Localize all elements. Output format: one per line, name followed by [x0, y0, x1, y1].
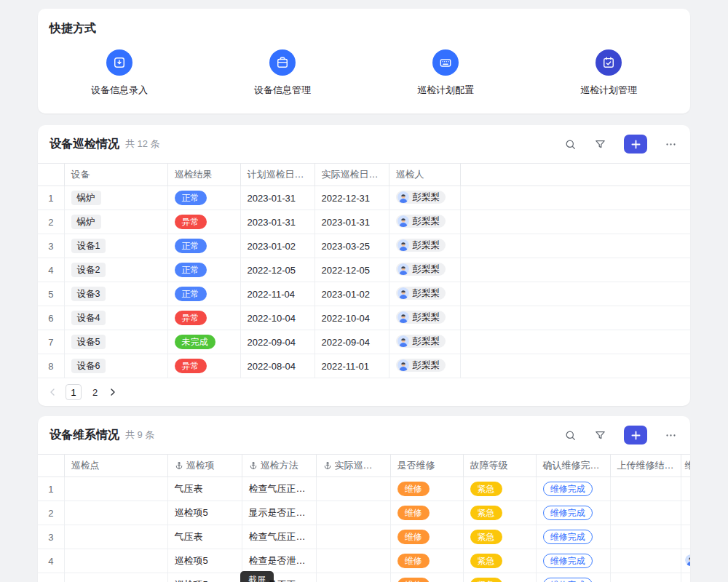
column-upload[interactable]: 上传维修结… [610, 455, 681, 477]
confirm-cell[interactable]: 维修完成 [536, 549, 610, 573]
planned-date-cell[interactable]: 2022-08-04 [240, 354, 314, 378]
repair-cell[interactable]: 维修 [390, 477, 463, 501]
inspector-cell[interactable]: 彭梨梨 [389, 306, 460, 330]
search-button[interactable] [564, 429, 577, 442]
shortcut-device-entry[interactable]: 设备信息录入 [38, 49, 201, 97]
repair-cell[interactable]: 维修 [390, 525, 463, 549]
point-cell[interactable] [64, 573, 167, 582]
table-row[interactable]: 5 巡检项5 显示是否正… 维修 紧急 维修完成 [38, 573, 690, 582]
result-cell[interactable]: 正常 [167, 234, 240, 258]
planned-date-cell[interactable]: 2022-12-05 [240, 258, 314, 282]
filter-button[interactable] [594, 138, 606, 151]
column-point[interactable]: 巡检点 [64, 455, 167, 477]
device-cell[interactable]: 设备5 [64, 330, 167, 354]
confirm-button[interactable]: 维修完成 [543, 554, 593, 568]
point-cell[interactable] [64, 477, 167, 501]
confirm-button[interactable]: 维修完成 [543, 506, 593, 520]
column-actual-date[interactable]: 实际巡检日… [314, 164, 389, 186]
confirm-button[interactable]: 维修完成 [543, 530, 593, 544]
table-row[interactable]: 1 气压表 检查气压正… 维修 紧急 维修完成 [38, 477, 690, 501]
actual-date-cell[interactable]: 2022-12-31 [314, 186, 389, 210]
column-level[interactable]: 故障等级 [463, 455, 536, 477]
method-cell[interactable]: 检查气压正… [242, 477, 316, 501]
actual-cell[interactable] [316, 549, 390, 573]
column-repair[interactable]: 是否维修 [390, 455, 463, 477]
inspector-cell[interactable]: 彭梨梨 [389, 282, 460, 306]
level-cell[interactable]: 紧急 [463, 501, 536, 525]
table-row[interactable]: 7 设备5 未完成 2022-09-04 2022-09-04 彭梨梨 [38, 330, 690, 354]
shortcut-plan-manage[interactable]: 巡检计划管理 [527, 49, 690, 97]
planned-date-cell[interactable]: 2022-09-04 [240, 330, 314, 354]
shortcut-plan-config[interactable]: 巡检计划配置 [364, 49, 527, 97]
column-method[interactable]: 巡检方法 [242, 455, 316, 477]
table-row[interactable]: 6 设备4 异常 2022-10-04 2022-10-04 彭梨梨 [38, 306, 690, 330]
level-cell[interactable]: 紧急 [463, 549, 536, 573]
shortcut-device-manage[interactable]: 设备信息管理 [201, 49, 364, 97]
column-device[interactable]: 设备 [64, 164, 167, 186]
result-cell[interactable]: 异常 [167, 210, 240, 234]
actual-cell[interactable] [316, 477, 390, 501]
upload-cell[interactable] [610, 477, 681, 501]
item-cell[interactable]: 气压表 [167, 477, 242, 501]
more-button[interactable] [665, 429, 677, 442]
method-cell[interactable]: 检查气压正… [242, 525, 316, 549]
actual-date-cell[interactable]: 2023-01-02 [314, 282, 389, 306]
table-row[interactable]: 8 设备6 异常 2022-08-04 2022-11-01 彭梨梨 [38, 354, 690, 378]
inspector-cell[interactable]: 彭梨梨 [389, 234, 460, 258]
point-cell[interactable] [64, 549, 167, 573]
prev-page-button[interactable] [48, 388, 57, 396]
page-1-button[interactable]: 1 [66, 384, 82, 400]
search-button[interactable] [564, 138, 577, 151]
item-cell[interactable]: 巡检项5 [167, 549, 242, 573]
item-cell[interactable]: 巡检项5 [167, 573, 242, 582]
planned-date-cell[interactable]: 2022-10-04 [240, 306, 314, 330]
repair-cell[interactable]: 维修 [390, 573, 463, 582]
actual-date-cell[interactable]: 2023-03-25 [314, 234, 389, 258]
upload-cell[interactable] [610, 501, 681, 525]
confirm-button[interactable]: 维修完成 [543, 482, 593, 496]
column-actual[interactable]: 实际巡… [316, 455, 390, 477]
item-cell[interactable]: 气压表 [167, 525, 242, 549]
table-row[interactable]: 3 气压表 检查气压正… 维修 紧急 维修完成 [38, 525, 690, 549]
add-record-button[interactable] [624, 135, 647, 154]
upload-cell[interactable] [610, 549, 681, 573]
method-cell[interactable]: 检查是否泄… [242, 549, 316, 573]
actual-date-cell[interactable]: 2022-11-01 [314, 354, 389, 378]
table-row[interactable]: 5 设备3 正常 2022-11-04 2023-01-02 彭梨梨 [38, 282, 690, 306]
add-record-button[interactable] [624, 426, 647, 445]
level-cell[interactable]: 紧急 [463, 525, 536, 549]
table-row[interactable]: 4 设备2 正常 2022-12-05 2022-12-05 彭梨梨 [38, 258, 690, 282]
actual-cell[interactable] [316, 501, 390, 525]
device-cell[interactable]: 锅炉 [64, 210, 167, 234]
table-row[interactable]: 2 锅炉 异常 2023-01-31 2023-01-31 彭梨梨 [38, 210, 690, 234]
device-cell[interactable]: 设备4 [64, 306, 167, 330]
planned-date-cell[interactable]: 2023-01-31 [240, 210, 314, 234]
actual-date-cell[interactable]: 2023-01-31 [314, 210, 389, 234]
actual-date-cell[interactable]: 2022-12-05 [314, 258, 389, 282]
result-cell[interactable]: 异常 [167, 354, 240, 378]
planned-date-cell[interactable]: 2023-01-31 [240, 186, 314, 210]
device-cell[interactable]: 锅炉 [64, 186, 167, 210]
next-page-button[interactable] [108, 388, 117, 396]
point-cell[interactable] [64, 501, 167, 525]
device-cell[interactable]: 设备3 [64, 282, 167, 306]
actual-cell[interactable] [316, 525, 390, 549]
item-cell[interactable]: 巡检项5 [167, 501, 242, 525]
confirm-cell[interactable]: 维修完成 [536, 477, 610, 501]
column-result[interactable]: 巡检结果 [167, 164, 240, 186]
result-cell[interactable]: 异常 [167, 306, 240, 330]
upload-cell[interactable] [610, 573, 681, 582]
table-row[interactable]: 1 锅炉 正常 2023-01-31 2022-12-31 彭梨梨 [38, 186, 690, 210]
result-cell[interactable]: 正常 [167, 258, 240, 282]
table-row[interactable]: 2 巡检项5 显示是否正… 维修 紧急 维修完成 [38, 501, 690, 525]
inspector-cell[interactable]: 彭梨梨 [389, 330, 460, 354]
more-button[interactable] [665, 138, 677, 151]
point-cell[interactable] [64, 525, 167, 549]
level-cell[interactable]: 紧急 [463, 573, 536, 582]
repair-cell[interactable]: 维修 [390, 549, 463, 573]
repair-cell[interactable]: 维修 [390, 501, 463, 525]
inspector-cell[interactable]: 彭梨梨 [389, 186, 460, 210]
planned-date-cell[interactable]: 2022-11-04 [240, 282, 314, 306]
column-item[interactable]: 巡检项 [167, 455, 242, 477]
method-cell[interactable]: 显示是否正… [242, 501, 316, 525]
